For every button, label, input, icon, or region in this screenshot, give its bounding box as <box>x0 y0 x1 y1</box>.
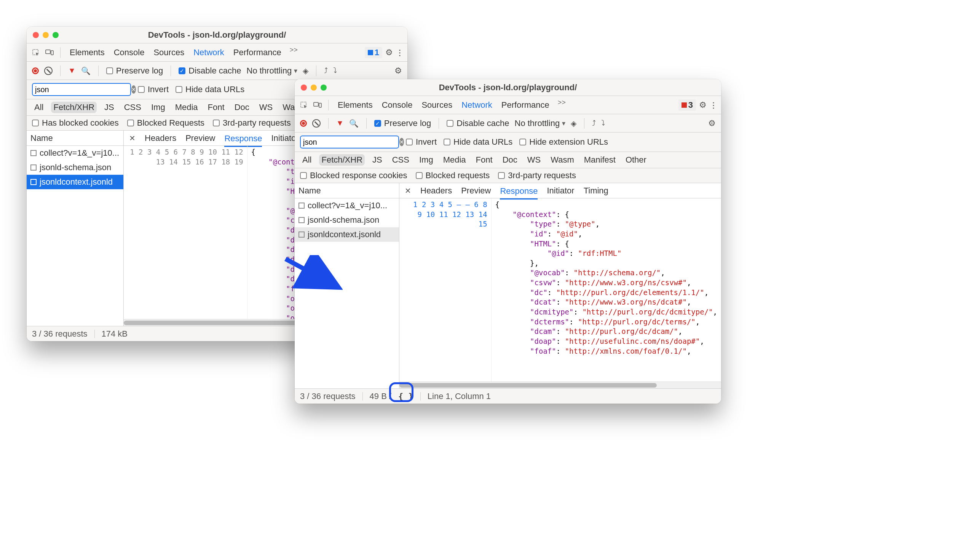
upload-har-icon[interactable]: ⤴ <box>592 119 596 128</box>
tab-sources[interactable]: Sources <box>421 99 453 112</box>
type-all[interactable]: All <box>32 102 46 113</box>
tab-initiator[interactable]: Initiato <box>271 132 296 145</box>
tab-network[interactable]: Network <box>193 46 225 63</box>
type-img[interactable]: Img <box>417 154 436 166</box>
blocked-requests-checkbox[interactable]: Blocked requests <box>416 171 490 180</box>
type-media[interactable]: Media <box>173 102 200 113</box>
request-row[interactable]: jsonldcontext.jsonld <box>27 175 123 189</box>
record-icon[interactable] <box>300 120 307 127</box>
type-wasm[interactable]: Wasm <box>548 154 576 166</box>
tab-network[interactable]: Network <box>461 99 493 115</box>
type-doc[interactable]: Doc <box>232 102 252 113</box>
type-css[interactable]: CSS <box>122 102 144 113</box>
device-icon[interactable] <box>312 100 323 110</box>
inspect-icon[interactable] <box>298 100 309 110</box>
close-details-icon[interactable]: ✕ <box>129 134 136 143</box>
menu-icon[interactable]: ⋮ <box>396 48 404 57</box>
throttling-select[interactable]: No throttling▾ <box>515 118 566 128</box>
more-tabs-icon[interactable]: >> <box>290 46 298 59</box>
request-row[interactable]: collect?v=1&_v=j10... <box>27 146 123 160</box>
type-ws[interactable]: WS <box>525 154 543 166</box>
name-column-header[interactable]: Name <box>27 131 123 146</box>
type-ws[interactable]: WS <box>257 102 275 113</box>
type-fetch-xhr[interactable]: Fetch/XHR <box>51 102 97 113</box>
tab-preview[interactable]: Preview <box>461 184 491 197</box>
clear-filter-icon[interactable]: ✕ <box>399 138 404 146</box>
tab-headers[interactable]: Headers <box>145 132 176 145</box>
disable-cache-checkbox[interactable]: ✓Disable cache <box>179 66 241 76</box>
search-icon[interactable]: 🔍 <box>81 66 91 75</box>
type-js[interactable]: JS <box>102 102 117 113</box>
name-column-header[interactable]: Name <box>295 183 399 198</box>
filter-text[interactable] <box>35 85 131 94</box>
settings-icon[interactable]: ⚙ <box>699 100 707 110</box>
type-doc[interactable]: Doc <box>500 154 520 166</box>
tab-preview[interactable]: Preview <box>185 132 215 145</box>
errors-badge[interactable]: 3 <box>678 99 696 111</box>
device-icon[interactable] <box>44 47 55 58</box>
type-font[interactable]: Font <box>474 154 495 166</box>
close-details-icon[interactable]: ✕ <box>405 186 411 195</box>
upload-har-icon[interactable]: ⤴ <box>324 66 328 75</box>
type-js[interactable]: JS <box>370 154 385 166</box>
type-media[interactable]: Media <box>441 154 468 166</box>
hide-data-urls-checkbox[interactable]: Hide data URLs <box>444 137 512 147</box>
blocked-cookies-checkbox[interactable]: Blocked response cookies <box>300 171 407 180</box>
third-party-checkbox[interactable]: 3rd-party requests <box>498 171 576 180</box>
type-font[interactable]: Font <box>206 102 227 113</box>
clear-icon[interactable] <box>44 67 53 75</box>
tab-elements[interactable]: Elements <box>337 99 373 112</box>
pretty-print-button[interactable]: { } <box>398 391 413 401</box>
tab-response[interactable]: Response <box>224 132 262 147</box>
issues-badge[interactable]: 1 <box>365 47 382 58</box>
download-har-icon[interactable]: ⤵ <box>333 66 337 75</box>
filter-icon[interactable]: ▼ <box>336 119 344 128</box>
type-all[interactable]: All <box>300 154 314 166</box>
invert-checkbox[interactable]: Invert <box>406 137 437 147</box>
code-body[interactable]: { "@context": { "type": "@type", "id": "… <box>492 198 721 382</box>
request-row[interactable]: jsonld-schema.json <box>295 213 399 227</box>
tab-sources[interactable]: Sources <box>153 46 185 59</box>
clear-filter-icon[interactable]: ✕ <box>131 85 136 94</box>
hide-ext-urls-checkbox[interactable]: Hide extension URLs <box>519 137 608 147</box>
network-conditions-icon[interactable]: ◈ <box>571 119 576 128</box>
request-row[interactable]: jsonld-schema.json <box>27 160 123 175</box>
preserve-log-checkbox[interactable]: ✓Preserve log <box>374 118 431 128</box>
preserve-log-checkbox[interactable]: Preserve log <box>106 66 163 76</box>
request-row[interactable]: jsonldcontext.jsonld <box>295 227 399 242</box>
tab-performance[interactable]: Performance <box>501 99 550 112</box>
menu-icon[interactable]: ⋮ <box>710 101 717 110</box>
hide-data-urls-checkbox[interactable]: Hide data URLs <box>176 85 244 94</box>
third-party-checkbox[interactable]: 3rd-party requests <box>213 118 291 128</box>
type-img[interactable]: Img <box>149 102 168 113</box>
network-settings-icon[interactable]: ⚙ <box>394 66 402 76</box>
disable-cache-checkbox[interactable]: Disable cache <box>447 118 509 128</box>
filter-icon[interactable]: ▼ <box>68 66 76 75</box>
filter-input[interactable]: ✕ <box>300 136 399 148</box>
search-icon[interactable]: 🔍 <box>349 119 359 128</box>
blocked-requests-checkbox[interactable]: Blocked Requests <box>127 118 204 128</box>
filter-input[interactable]: ✕ <box>32 83 131 96</box>
type-manifest[interactable]: Manifest <box>582 154 618 166</box>
tab-headers[interactable]: Headers <box>420 184 452 197</box>
invert-checkbox[interactable]: Invert <box>138 85 169 94</box>
blocked-cookies-checkbox[interactable]: Has blocked cookies <box>32 118 119 128</box>
type-other[interactable]: Other <box>623 154 649 166</box>
h-scrollbar[interactable] <box>399 382 721 388</box>
filter-text[interactable] <box>303 138 399 147</box>
throttling-select[interactable]: No throttling▾ <box>247 66 298 76</box>
settings-icon[interactable]: ⚙ <box>385 48 393 57</box>
inspect-icon[interactable] <box>30 47 41 58</box>
tab-console[interactable]: Console <box>381 99 413 112</box>
tab-initiator[interactable]: Initiator <box>547 184 574 197</box>
clear-icon[interactable] <box>312 119 321 128</box>
tab-performance[interactable]: Performance <box>233 46 282 59</box>
network-settings-icon[interactable]: ⚙ <box>708 118 716 128</box>
tab-timing[interactable]: Timing <box>584 184 608 197</box>
network-conditions-icon[interactable]: ◈ <box>303 66 308 75</box>
tab-console[interactable]: Console <box>113 46 145 59</box>
more-tabs-icon[interactable]: >> <box>558 99 566 112</box>
request-row[interactable]: collect?v=1&_v=j10... <box>295 198 399 213</box>
type-css[interactable]: CSS <box>390 154 412 166</box>
tab-elements[interactable]: Elements <box>69 46 105 59</box>
